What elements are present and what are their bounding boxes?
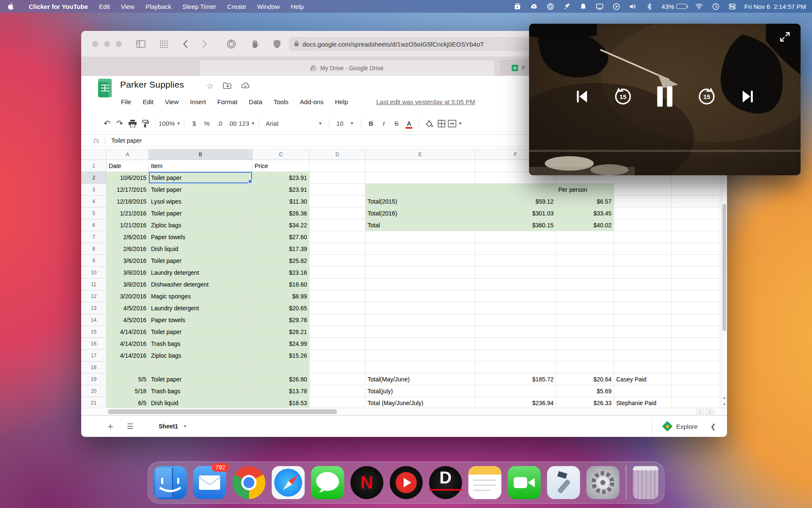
sidebar-icon[interactable] [136, 40, 145, 48]
cell-E20[interactable]: Total(july) [365, 385, 475, 397]
cell-E1[interactable] [365, 160, 475, 172]
borders-button[interactable] [435, 118, 448, 130]
cloud-upload-icon[interactable] [529, 2, 538, 11]
row-header-3[interactable]: 3 [81, 184, 107, 196]
cell-F18[interactable] [475, 362, 556, 373]
cell-C3[interactable]: $23.91 [252, 184, 310, 196]
menubar-menu-0[interactable]: Edit [99, 3, 110, 10]
font-size-select[interactable]: 10▼ [333, 118, 357, 130]
column-header-D[interactable]: D [310, 149, 365, 160]
bluetooth-icon[interactable] [645, 2, 653, 11]
apple-menu-icon[interactable] [6, 2, 14, 11]
cell-H3[interactable] [614, 184, 672, 196]
row-header-9[interactable]: 9 [81, 255, 107, 267]
cell-A3[interactable]: 12/17/2015 [107, 184, 149, 196]
cell-E12[interactable] [365, 290, 475, 302]
row-header-11[interactable]: 11 [81, 279, 107, 290]
cell-A2[interactable]: 10/6/2015 [107, 172, 149, 184]
previous-track-button[interactable] [574, 89, 590, 104]
cell-H20[interactable] [614, 385, 672, 397]
cell-E17[interactable] [365, 350, 475, 362]
cell-F4[interactable]: $59.12 [475, 196, 556, 207]
explore-button[interactable]: Explore [652, 418, 710, 434]
cell-H16[interactable] [614, 338, 672, 350]
star-icon[interactable]: ☆ [206, 81, 214, 91]
notes-dock-icon[interactable] [469, 466, 502, 499]
print-button[interactable] [126, 118, 139, 130]
horizontal-scrollbar[interactable]: ‹› [81, 408, 727, 415]
cell-I7[interactable] [672, 231, 720, 243]
chrome-dock-icon[interactable] [233, 466, 266, 499]
cell-B19[interactable]: Toilet paper [149, 373, 252, 385]
cell-F8[interactable] [475, 243, 556, 255]
cell-A6[interactable]: 1/21/2016 [107, 219, 149, 231]
cell-H11[interactable] [614, 279, 672, 290]
cell-D4[interactable] [310, 196, 365, 207]
cell-I18[interactable] [672, 362, 720, 373]
cell-I21[interactable] [672, 397, 720, 408]
cell-F10[interactable] [475, 267, 556, 279]
scroll-up-button[interactable]: ▲ [721, 394, 727, 401]
bold-button[interactable]: B [365, 118, 377, 130]
vertical-scroll-thumb[interactable] [722, 204, 726, 331]
cell-H19[interactable]: Casey Paid [614, 373, 672, 385]
cell-I3[interactable] [672, 184, 720, 196]
mail-dock-icon[interactable]: 792 [193, 466, 226, 499]
add-sheet-button[interactable]: ＋ [106, 420, 115, 433]
cell-E18[interactable] [365, 362, 475, 373]
scroll-down-button[interactable]: ▼ [721, 401, 727, 408]
cell-B7[interactable]: Paper towels [149, 231, 252, 243]
cell-A4[interactable]: 12/18/2015 [107, 196, 149, 207]
cell-G3[interactable]: Per person [556, 184, 614, 196]
row-header-2[interactable]: 2 [81, 172, 107, 184]
pip-video-player[interactable]: 15 15 [529, 24, 801, 175]
cell-G4[interactable]: $6.57 [556, 196, 614, 207]
cell-H13[interactable] [614, 302, 672, 314]
cell-D12[interactable] [310, 290, 365, 302]
pip-expand-icon[interactable] [779, 31, 790, 44]
cell-A19[interactable]: 5/5 [107, 373, 149, 385]
sheets-menu-6[interactable]: Tools [274, 98, 288, 105]
cell-F20[interactable] [475, 385, 556, 397]
cell-E11[interactable] [365, 279, 475, 290]
cell-H8[interactable] [614, 243, 672, 255]
control-center-icon[interactable] [728, 2, 736, 11]
cell-A8[interactable]: 2/6/2016 [107, 243, 149, 255]
next-track-button[interactable] [740, 89, 755, 104]
sheets-menu-8[interactable]: Help [335, 98, 348, 105]
row-header-5[interactable]: 5 [81, 207, 107, 219]
cell-H9[interactable] [614, 255, 672, 267]
row-header-16[interactable]: 16 [81, 338, 107, 350]
cell-F15[interactable] [475, 326, 556, 338]
cell-C21[interactable]: $18.53 [252, 397, 310, 408]
cell-D20[interactable] [310, 385, 365, 397]
redo-button[interactable]: ↷ [113, 118, 126, 130]
sheets-menu-2[interactable]: View [165, 98, 178, 105]
system-preferences-dock-icon[interactable] [587, 466, 620, 499]
facetime-dock-icon[interactable] [508, 466, 541, 499]
cell-D16[interactable] [310, 338, 365, 350]
forward-15-button[interactable]: 15 [697, 87, 716, 106]
cell-D6[interactable] [310, 219, 365, 231]
sheets-menu-1[interactable]: Edit [143, 98, 154, 105]
circled-o-icon[interactable] [546, 2, 554, 11]
sheets-menu-5[interactable]: Data [249, 98, 262, 105]
cell-G21[interactable]: $26.33 [556, 397, 614, 408]
pause-button[interactable] [656, 86, 673, 108]
menubar-menu-1[interactable]: View [121, 3, 134, 10]
cell-C6[interactable]: $34.22 [252, 219, 310, 231]
content-blocker-hand-icon[interactable] [250, 39, 259, 49]
menubar-menu-3[interactable]: Sleep Timer [182, 3, 216, 10]
zoom-select[interactable]: 100%▼ [159, 118, 181, 130]
cell-B10[interactable]: Laundry detergent [149, 267, 252, 279]
cell-F17[interactable] [475, 350, 556, 362]
cell-F21[interactable]: $236.94 [475, 397, 556, 408]
cell-F16[interactable] [475, 338, 556, 350]
row-header-19[interactable]: 19 [81, 373, 107, 385]
cell-E7[interactable] [365, 231, 475, 243]
cell-A12[interactable]: 3/20/2016 [107, 290, 149, 302]
menubar-clock[interactable]: Fri Nov 6 2:14:57 PM [744, 3, 806, 10]
cell-C19[interactable]: $26.80 [252, 373, 310, 385]
cell-C18[interactable] [252, 362, 310, 373]
cell-H6[interactable] [614, 219, 672, 231]
